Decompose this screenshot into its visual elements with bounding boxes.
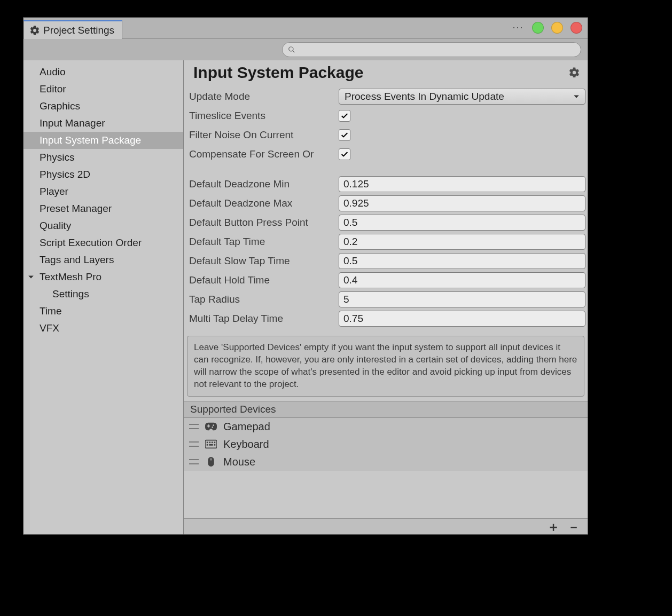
- dropdown-value: Process Events In Dynamic Update: [345, 91, 504, 102]
- tab-label: Project Settings: [43, 25, 114, 36]
- drag-handle-icon[interactable]: [189, 441, 199, 447]
- sidebar-item-physics-2d[interactable]: Physics 2D: [24, 166, 183, 183]
- input-tap-radius[interactable]: [339, 291, 585, 307]
- row-filter-noise: Filter Noise On Current: [189, 125, 585, 145]
- remove-button[interactable]: －: [567, 520, 580, 533]
- device-row-keyboard[interactable]: Keyboard: [184, 436, 588, 453]
- label-filter-noise: Filter Noise On Current: [189, 129, 337, 141]
- row-tap-time: Default Tap Time: [189, 232, 585, 251]
- gamepad-icon: [205, 422, 217, 431]
- checkbox-filter-noise[interactable]: [339, 129, 350, 141]
- sidebar-item-time[interactable]: Time: [24, 303, 183, 320]
- row-deadzone-min: Default Deadzone Min: [189, 175, 585, 194]
- checkbox-timeslice[interactable]: [339, 110, 350, 122]
- traffic-red[interactable]: [571, 22, 582, 34]
- section-supported-devices: Supported Devices: [184, 401, 588, 418]
- chevron-down-icon: [573, 93, 580, 100]
- input-press-point[interactable]: [339, 215, 585, 231]
- label-slow-tap: Default Slow Tap Time: [189, 255, 337, 267]
- chevron-down-icon: [28, 274, 34, 280]
- row-compensate: Compensate For Screen Or: [189, 145, 585, 164]
- traffic-yellow[interactable]: [551, 22, 563, 34]
- add-button[interactable]: ＋: [547, 520, 560, 533]
- sidebar-item-preset-manager[interactable]: Preset Manager: [24, 200, 183, 217]
- helpbox-supported-devices: Leave 'Supported Devices' empty if you w…: [187, 336, 584, 397]
- row-deadzone-max: Default Deadzone Max: [189, 194, 585, 213]
- svg-rect-4: [214, 442, 216, 444]
- gear-icon: [29, 25, 40, 36]
- check-icon: [340, 112, 349, 120]
- row-update-mode: Update Mode Process Events In Dynamic Up…: [189, 87, 585, 106]
- svg-rect-7: [214, 444, 216, 446]
- searchbox[interactable]: [282, 42, 581, 57]
- project-settings-window: Project Settings ⋮ Audio Editor Graphics…: [23, 17, 588, 535]
- label-compensate: Compensate For Screen Or: [189, 148, 337, 160]
- label-tap-radius: Tap Radius: [189, 294, 337, 305]
- keyboard-icon: [205, 439, 217, 449]
- device-row-gamepad[interactable]: Gamepad: [184, 418, 588, 436]
- traffic-green[interactable]: [532, 22, 544, 34]
- label-press-point: Default Button Press Point: [189, 217, 337, 228]
- settings-gear-icon[interactable]: [568, 67, 580, 78]
- checkbox-compensate[interactable]: [339, 148, 350, 160]
- list-footer: ＋ －: [184, 518, 588, 534]
- label-timeslice: Timeslice Events: [189, 110, 337, 122]
- sidebar-item-script-execution-order[interactable]: Script Execution Order: [24, 234, 183, 251]
- svg-rect-5: [207, 444, 208, 446]
- device-label: Keyboard: [223, 438, 269, 451]
- drag-handle-icon[interactable]: [189, 424, 199, 429]
- svg-rect-6: [209, 444, 213, 446]
- row-hold-time: Default Hold Time: [189, 271, 585, 290]
- sidebar-item-textmesh-pro-settings[interactable]: Settings: [24, 286, 183, 303]
- input-deadzone-min[interactable]: [339, 176, 585, 192]
- label-deadzone-max: Default Deadzone Max: [189, 198, 337, 209]
- titlebar: Project Settings ⋮: [24, 18, 588, 39]
- searchbar: [24, 39, 588, 60]
- device-label: Mouse: [223, 456, 255, 468]
- row-tap-radius: Tap Radius: [189, 290, 585, 309]
- input-multi-tap[interactable]: [339, 311, 585, 327]
- input-deadzone-max[interactable]: [339, 195, 585, 211]
- row-press-point: Default Button Press Point: [189, 213, 585, 232]
- check-icon: [340, 150, 349, 159]
- svg-rect-1: [207, 442, 208, 444]
- device-row-mouse[interactable]: Mouse: [184, 453, 588, 471]
- mouse-icon: [205, 457, 217, 467]
- drag-handle-icon[interactable]: [189, 459, 199, 464]
- sidebar-item-tags-and-layers[interactable]: Tags and Layers: [24, 251, 183, 268]
- svg-rect-3: [212, 442, 213, 444]
- label-update-mode: Update Mode: [189, 91, 337, 102]
- sidebar-item-input-system-package[interactable]: Input System Package: [24, 132, 183, 149]
- sidebar-item-textmesh-pro[interactable]: TextMesh Pro: [24, 268, 183, 286]
- sidebar-item-vfx[interactable]: VFX: [24, 320, 183, 337]
- svg-rect-2: [209, 442, 210, 444]
- sidebar-item-quality[interactable]: Quality: [24, 217, 183, 234]
- sidebar-item-audio[interactable]: Audio: [24, 64, 183, 81]
- row-slow-tap: Default Slow Tap Time: [189, 251, 585, 271]
- search-input[interactable]: [299, 45, 575, 54]
- settings-content: Input System Package Update Mode Process…: [184, 60, 588, 534]
- page-title: Input System Package: [193, 64, 363, 82]
- device-label: Gamepad: [223, 421, 270, 433]
- settings-sidebar: Audio Editor Graphics Input Manager Inpu…: [24, 60, 184, 534]
- content-header: Input System Package: [184, 60, 588, 87]
- dropdown-update-mode[interactable]: Process Events In Dynamic Update: [339, 89, 585, 105]
- sidebar-item-label: TextMesh Pro: [40, 270, 101, 285]
- input-slow-tap[interactable]: [339, 253, 585, 269]
- label-multi-tap: Multi Tap Delay Time: [189, 313, 337, 325]
- sidebar-item-player[interactable]: Player: [24, 183, 183, 200]
- sidebar-item-input-manager[interactable]: Input Manager: [24, 115, 183, 132]
- sidebar-item-physics[interactable]: Physics: [24, 149, 183, 166]
- label-hold-time: Default Hold Time: [189, 274, 337, 286]
- check-icon: [340, 131, 349, 139]
- input-hold-time[interactable]: [339, 272, 585, 288]
- window-controls: ⋮: [512, 22, 582, 34]
- label-tap-time: Default Tap Time: [189, 236, 337, 248]
- sidebar-item-editor[interactable]: Editor: [24, 81, 183, 98]
- tab-project-settings[interactable]: Project Settings: [24, 20, 122, 39]
- search-icon: [288, 46, 295, 53]
- kebab-menu-icon[interactable]: ⋮: [512, 22, 525, 33]
- row-timeslice-events: Timeslice Events: [189, 106, 585, 125]
- sidebar-item-graphics[interactable]: Graphics: [24, 98, 183, 115]
- input-tap-time[interactable]: [339, 234, 585, 250]
